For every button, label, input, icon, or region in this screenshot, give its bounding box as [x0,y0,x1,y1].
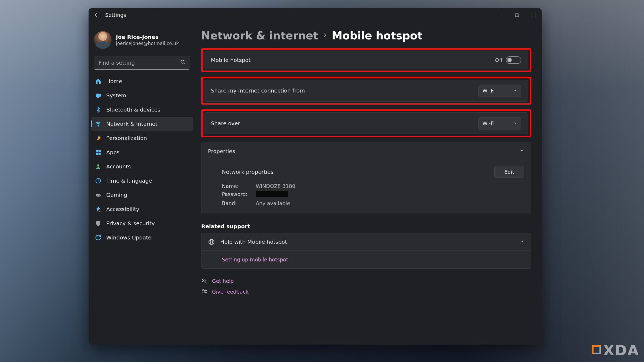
chevron-right-icon [322,32,328,39]
update-icon [95,234,101,241]
help-expander[interactable]: Help with Mobile hotspot [202,233,531,251]
sidebar-item-apps[interactable]: Apps [91,145,193,159]
svg-rect-10 [96,150,98,152]
help-link-setup[interactable]: Setting up mobile hotspot [222,257,288,263]
nav: Home System Bluetooth & devices Network … [91,74,193,245]
chevron-up-icon [519,239,524,245]
sidebar-item-accounts[interactable]: Accounts [91,159,193,173]
wifi-icon [95,121,101,127]
settings-window: Settings Joe Rice-Jones joericejones@hot… [89,8,542,345]
highlight-box-share-from: Share my internet connection from Wi-Fi [201,77,531,105]
row-label: Share my internet connection from [211,87,305,94]
sidebar-item-accessibility[interactable]: Accessibility [91,202,193,216]
minimize-icon [498,13,502,17]
sidebar-item-update[interactable]: Windows Update [91,230,193,245]
chevron-down-icon [513,120,517,126]
sidebar-item-label: System [106,92,126,99]
minimize-button[interactable] [492,9,508,21]
svg-point-14 [97,164,99,167]
body: Joe Rice-Jones joericejones@hotmail.co.u… [89,22,542,345]
back-button[interactable] [92,11,101,19]
svg-rect-8 [97,97,99,98]
sidebar-item-system[interactable]: System [91,88,193,102]
share-from-dropdown[interactable]: Wi-Fi [478,85,521,97]
network-properties-row: Network properties Edit [222,166,524,178]
edit-button[interactable]: Edit [494,166,524,178]
sidebar-item-privacy[interactable]: Privacy & security [91,216,193,230]
sidebar-item-label: Windows Update [106,234,151,241]
give-feedback-row: Give feedback [201,289,531,295]
dropdown-value: Wi-Fi [482,120,495,126]
sidebar-item-network[interactable]: Network & internet [91,117,193,131]
sidebar-item-label: Accessibility [106,206,139,212]
page-title: Mobile hotspot [332,29,423,42]
svg-rect-16 [96,194,101,197]
get-help-row: Get help [201,278,531,284]
clock-icon [95,178,101,184]
password-redacted [256,191,288,197]
close-button[interactable] [525,9,542,21]
svg-point-17 [97,195,98,195]
maximize-button[interactable] [508,9,525,21]
edit-label: Edit [504,169,514,175]
sidebar-item-label: Privacy & security [106,220,155,227]
mobile-hotspot-row[interactable]: Mobile hotspot Off [204,51,528,69]
accounts-icon [95,163,101,170]
svg-point-4 [181,60,184,64]
name-label: Name: [222,183,256,189]
share-over-dropdown[interactable]: Wi-Fi [478,117,521,130]
svg-point-19 [98,206,99,208]
sidebar-item-label: Home [106,78,122,84]
search [94,56,190,70]
svg-point-22 [203,289,204,291]
sidebar-item-personalization[interactable]: Personalization [91,131,193,145]
search-input[interactable] [94,56,190,70]
band-label: Band: [222,200,256,206]
maximize-icon [515,13,519,17]
breadcrumb: Network & internet Mobile hotspot [201,29,531,42]
breadcrumb-parent[interactable]: Network & internet [201,29,318,42]
svg-rect-6 [98,82,99,84]
bluetooth-icon [95,106,101,113]
search-icon [180,60,186,66]
globe-icon [208,238,215,245]
sidebar-item-label: Network & internet [106,121,158,127]
shield-icon [95,220,101,227]
name-value: WINDOZE 3180 [256,183,524,189]
sidebar-item-bluetooth[interactable]: Bluetooth & devices [91,102,193,117]
titlebar: Settings [89,8,542,22]
get-help-link[interactable]: Get help [212,278,234,284]
row-label: Share over [211,120,240,127]
sidebar-item-label: Personalization [106,135,147,141]
svg-point-9 [98,125,99,126]
sidebar-item-time[interactable]: Time & language [91,173,193,188]
app-title: Settings [105,12,126,18]
band-value: Any available [256,200,524,206]
row-label: Mobile hotspot [211,57,251,63]
give-feedback-link[interactable]: Give feedback [212,289,248,295]
properties-kv: Name: WINDOZE 3180 Password: Band: Any a… [222,183,524,206]
profile[interactable]: Joe Rice-Jones joericejones@hotmail.co.u… [91,25,193,54]
svg-rect-11 [98,150,101,152]
svg-rect-1 [515,14,518,17]
sidebar-item-label: Bluetooth & devices [106,106,160,113]
svg-rect-12 [96,153,98,155]
home-icon [95,78,101,84]
user-name: Joe Rice-Jones [116,34,179,40]
watermark: XDA [592,342,639,359]
user-email: joericejones@hotmail.co.uk [116,41,179,46]
password-value [256,191,524,198]
properties-card: Properties Network properties Edit Name:… [201,142,531,213]
sidebar-item-label: Apps [106,149,120,156]
close-icon [532,13,535,17]
chevron-down-icon [513,88,517,94]
sidebar-item-home[interactable]: Home [91,74,193,88]
help-body: Setting up mobile hotspot [202,251,531,268]
hotspot-toggle[interactable] [506,56,521,64]
password-label: Password: [222,191,256,198]
share-from-row: Share my internet connection from Wi-Fi [204,80,528,102]
properties-expander[interactable]: Properties [202,142,531,160]
arrow-left-icon [94,12,99,18]
share-over-row: Share over Wi-Fi [204,112,528,134]
sidebar-item-gaming[interactable]: Gaming [91,188,193,202]
